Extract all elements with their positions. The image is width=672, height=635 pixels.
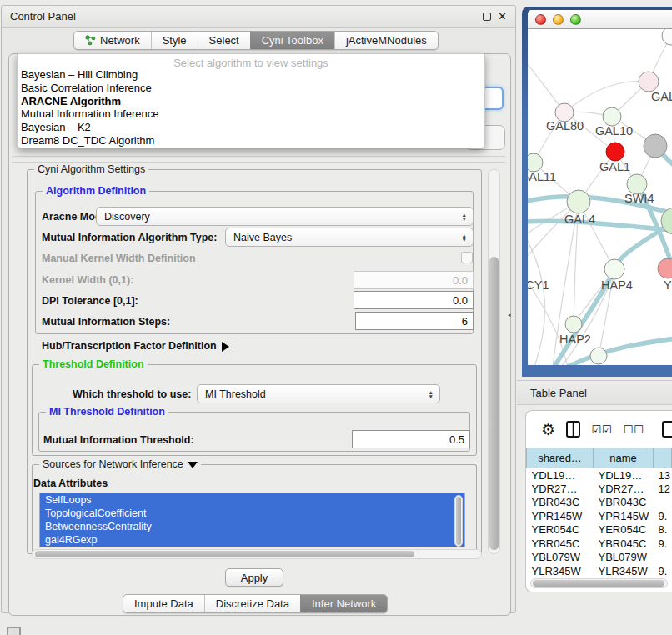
table-row[interactable]: YDL19…YDL19…13	[527, 468, 672, 482]
network-node-label: GCY1	[528, 278, 549, 292]
table-hscrollbar[interactable]	[530, 578, 668, 588]
table-cell[interactable]: YDR27…	[594, 482, 654, 496]
column-header-shared-name[interactable]: shared…	[527, 448, 594, 468]
network-node-label: GAL80	[546, 119, 584, 132]
table-cell[interactable]: YBR045C	[527, 537, 594, 551]
table-row[interactable]: YER054CYER054C8.	[527, 523, 672, 538]
table-cell[interactable]: 9.	[654, 537, 672, 551]
manual-kernel-width-checkbox[interactable]	[461, 252, 473, 263]
kernel-width-field[interactable]: 0.0	[354, 271, 474, 289]
column-header-clipped[interactable]	[654, 448, 672, 468]
table-cell[interactable]: YER054C	[527, 523, 594, 538]
checked-pair-icon[interactable]: ☑☑	[591, 423, 612, 436]
attribute-item[interactable]: SelfLoops	[40, 493, 464, 507]
algorithm-option[interactable]: Dream8 DC_TDC Algorithm	[18, 134, 484, 148]
partial-column-icon[interactable]	[662, 421, 672, 438]
network-node-label: HAP4	[601, 278, 633, 292]
table-cell[interactable]: YLR345W	[527, 564, 594, 578]
settings-scrollbar[interactable]	[488, 169, 500, 554]
table-cell[interactable]: YPR145W	[594, 509, 654, 523]
table-cell[interactable]: YLR345W	[594, 564, 654, 578]
unchecked-pair-icon[interactable]: ☐☐	[624, 423, 644, 436]
network-edge[interactable]	[528, 229, 545, 365]
network-node[interactable]	[603, 108, 621, 126]
attribute-item[interactable]: gal4RGexp	[40, 533, 464, 547]
hub-definition-expander[interactable]: Hub/Transcription Factor Definition	[42, 340, 229, 352]
algorithm-option[interactable]: Mutual Information Inference	[18, 108, 484, 121]
table-cell[interactable]: YPR145W	[527, 509, 594, 523]
table-cell[interactable]: 12	[654, 482, 672, 496]
table-cell[interactable]: YDL19…	[594, 468, 654, 482]
collapsed-panel-icon[interactable]	[7, 627, 21, 635]
network-node[interactable]	[565, 316, 582, 332]
network-node[interactable]	[658, 258, 672, 278]
table-row[interactable]: YBR043CYBR043C	[527, 496, 672, 510]
network-node[interactable]	[644, 134, 667, 158]
table-cell[interactable]: 9.	[654, 509, 672, 523]
table-cell[interactable]: 8.	[654, 523, 672, 538]
network-node-label: GAL	[651, 90, 672, 103]
algorithm-option-selected[interactable]: ARACNE Algorithm	[18, 95, 484, 108]
table-cell[interactable]: YBR045C	[594, 537, 654, 551]
tab-network[interactable]: Network	[74, 32, 151, 49]
tab-style[interactable]: Style	[151, 32, 198, 49]
table-row[interactable]: YLR345WYLR345W9.	[527, 564, 672, 578]
float-window-icon[interactable]	[483, 12, 491, 21]
attribute-item[interactable]: TopologicalCoefficient	[40, 507, 464, 520]
algorithm-option[interactable]: Basic Correlation Inference	[18, 82, 484, 95]
network-edge[interactable]	[564, 81, 649, 112]
sources-group-title[interactable]: Sources for Network Inference	[39, 458, 201, 470]
attributes-list-scrollbar[interactable]	[454, 495, 463, 547]
tab-jactivemnodules[interactable]: jActiveMNodules	[334, 32, 438, 49]
apply-button[interactable]: Apply	[225, 568, 283, 587]
table-cell[interactable]: YDR27…	[527, 482, 594, 496]
split-columns-icon[interactable]	[566, 421, 580, 438]
zoom-traffic-light-icon[interactable]	[570, 14, 581, 25]
table-cell[interactable]	[654, 496, 672, 510]
table-cell[interactable]	[654, 551, 672, 565]
table-row[interactable]: YPR145WYPR145W9.	[527, 509, 672, 523]
settings-hscrollbar[interactable]	[32, 549, 482, 559]
network-edge-highlighted[interactable]	[528, 221, 672, 231]
tab-discretize-data[interactable]: Discretize Data	[204, 595, 300, 612]
network-node[interactable]	[639, 72, 659, 92]
network-node[interactable]	[662, 29, 672, 45]
tab-select[interactable]: Select	[198, 32, 250, 49]
which-threshold-combo[interactable]: MI Threshold ▲▼	[197, 384, 440, 403]
tab-cyni-toolbox[interactable]: Cyni Toolbox	[250, 32, 334, 49]
table-cell[interactable]: YBR043C	[527, 496, 594, 510]
table-cell[interactable]: YBL079W	[594, 551, 654, 565]
network-node[interactable]	[590, 348, 607, 364]
network-node[interactable]	[528, 153, 543, 172]
table-cell[interactable]: 9.	[654, 564, 672, 578]
table-row[interactable]: YBR045CYBR045C9.	[527, 537, 672, 551]
table-cell[interactable]: YDL19…	[527, 468, 594, 482]
algorithm-option[interactable]: Bayesian – K2	[18, 121, 484, 134]
table-row[interactable]: YDR27…YDR27…12	[527, 482, 672, 496]
mi-algorithm-type-combo[interactable]: Naive Bayes ▲▼	[225, 228, 474, 247]
mi-threshold-field[interactable]: 0.5	[352, 430, 470, 448]
network-node[interactable]	[606, 142, 624, 161]
data-attributes-list[interactable]: SelfLoops TopologicalCoefficient Between…	[39, 492, 465, 548]
table-cell[interactable]: YBL079W	[527, 551, 594, 565]
table-row[interactable]: YBL079WYBL079W	[527, 551, 672, 565]
attribute-item[interactable]: BetweennessCentrality	[40, 520, 464, 533]
minimize-traffic-light-icon[interactable]	[553, 14, 564, 25]
table-cell[interactable]: YBR043C	[594, 496, 654, 510]
network-canvas[interactable]: GALGAL80GAL10GAL1SWI4GAL11GAL4GCY1HAP4YH…	[528, 29, 672, 365]
close-traffic-light-icon[interactable]	[535, 14, 546, 25]
panel-divider-grip[interactable]: ◂	[508, 312, 514, 318]
gear-icon[interactable]: ⚙	[541, 422, 555, 438]
close-icon[interactable]: ✕	[498, 12, 507, 21]
tab-impute-data[interactable]: Impute Data	[123, 595, 204, 612]
aracne-mode-combo[interactable]: Discovery ▲▼	[96, 207, 474, 226]
tab-infer-network[interactable]: Infer Network	[300, 595, 387, 612]
column-header-name[interactable]: name	[594, 448, 654, 468]
dpi-tolerance-field[interactable]: 0.0	[354, 291, 474, 309]
table-cell[interactable]: 13	[654, 468, 672, 482]
table-cell[interactable]: YER054C	[594, 523, 654, 538]
mi-steps-field[interactable]: 6	[355, 312, 474, 330]
network-node[interactable]	[604, 259, 624, 279]
network-node[interactable]	[567, 190, 590, 213]
algorithm-option[interactable]: Bayesian – Hill Climbing	[18, 68, 484, 82]
